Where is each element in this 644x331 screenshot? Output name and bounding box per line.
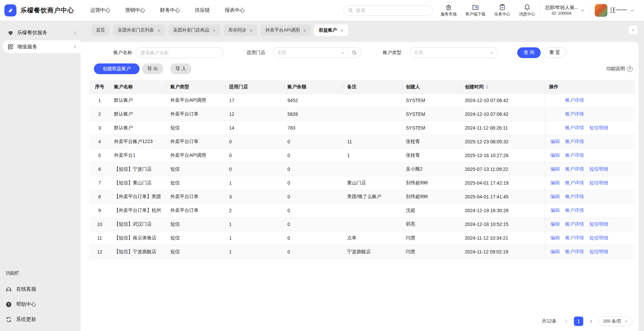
cell-creator: SYSTEM (402, 94, 461, 107)
tab[interactable]: 美团外卖门店列表× (113, 25, 165, 36)
cell-created: 2025-04-01 17:41:45 (461, 190, 545, 204)
next-page-button[interactable] (587, 317, 595, 326)
client-download-button[interactable]: 客户端下载 (465, 4, 485, 17)
navbar-search[interactable] (343, 5, 433, 16)
prev-page-button[interactable] (562, 317, 571, 326)
edit-link[interactable]: 编辑 (550, 166, 560, 172)
account-detail-link[interactable]: 账户详情 (565, 221, 584, 227)
tab[interactable]: 库存同步× (224, 25, 258, 36)
account-detail-link[interactable]: 账户详情 (565, 152, 584, 158)
account-detail-link[interactable]: 账户详情 (565, 207, 584, 214)
brand-title: 乐檬餐饮商户中心 (20, 6, 74, 15)
help-center-button[interactable]: ? 帮助中心 (5, 297, 80, 312)
account-type-select[interactable]: 全部 (410, 47, 498, 58)
tab-close-icon[interactable]: × (157, 28, 160, 33)
tab[interactable]: 外卖平台API调用× (261, 25, 311, 36)
quick-label: 消息中心 (519, 11, 535, 17)
cell-created: 2024-12-18 10:52:15 (461, 218, 545, 231)
account-detail-link[interactable]: 账户详情 (565, 139, 584, 145)
sms-detail-link[interactable]: 短信明细 (589, 180, 608, 186)
tabbar-collapse-button[interactable] (629, 26, 637, 34)
avatar (595, 4, 607, 17)
cell-remark: 宁波旗舰店 (343, 245, 402, 259)
system-update-button[interactable]: 系统更新 (5, 312, 80, 327)
table-row: 12【短信】宁波旗舰店短信10宁波旗舰店闫慧2024-11-12 09:02:1… (89, 245, 635, 259)
feature-help-link[interactable]: 功能说明 ? (606, 66, 633, 72)
org-id: ID: 100004 (552, 11, 572, 16)
edit-link[interactable]: 编辑 (550, 180, 560, 186)
page-size-select[interactable]: 200 条/页 (599, 316, 633, 326)
tab-close-icon[interactable]: × (213, 28, 216, 33)
store-select[interactable]: 全部 (273, 47, 361, 58)
search-icon (348, 8, 353, 13)
account-detail-link[interactable]: 账户详情 (565, 166, 584, 172)
account-detail-link[interactable]: 账户详情 (565, 111, 584, 117)
account-detail-link[interactable]: 账户详情 (565, 125, 584, 131)
edit-link[interactable]: 编辑 (550, 249, 560, 255)
search-input[interactable] (356, 8, 423, 13)
store-search-icon[interactable] (352, 50, 357, 55)
export-button[interactable]: 导 出 (142, 63, 163, 74)
sms-detail-link[interactable]: 短信明细 (589, 166, 608, 172)
cell-stores: 17 (225, 94, 283, 107)
account-detail-link[interactable]: 账户详情 (565, 180, 584, 186)
edit-link[interactable]: 编辑 (550, 139, 560, 145)
cell-name: 默认账户 (110, 121, 166, 135)
nav-item[interactable]: 供应链 (195, 7, 210, 13)
cell-actions: 编辑账户详情 (545, 135, 635, 149)
quick-label: 服务市场 (440, 11, 457, 17)
tab-close-icon[interactable]: × (250, 28, 253, 33)
headset-icon (5, 286, 12, 293)
cell-remark (343, 162, 402, 176)
sms-detail-link[interactable]: 短信明细 (589, 249, 608, 255)
org-switcher[interactable]: 总部/年轻人第... ID: 100004 (545, 5, 585, 16)
task-center-button[interactable]: 任务中心 (494, 4, 510, 17)
account-detail-link[interactable]: 账户详情 (565, 249, 584, 255)
account-name-input[interactable] (136, 50, 223, 55)
toolbar-row: 创建权益账户 导 出 导 入 功能说明 ? (80, 63, 639, 74)
sms-detail-link[interactable]: 短信明细 (589, 221, 608, 227)
column-header[interactable]: 创建时间 (461, 80, 545, 94)
sms-detail-link[interactable]: 短信明细 (589, 125, 608, 131)
import-button[interactable]: 导 入 (170, 63, 192, 74)
page-number-button[interactable]: 1 (574, 317, 583, 326)
tab[interactable]: 权益账户× (314, 25, 348, 36)
nav-item[interactable]: 营销中心 (125, 7, 145, 13)
nav-item[interactable]: 报表中心 (225, 7, 245, 13)
sort-icon[interactable] (486, 85, 488, 89)
sidebar-item-restaurant-service[interactable]: 乐檬餐饮服务 (3, 26, 80, 39)
nav-item[interactable]: 财务中心 (160, 7, 180, 13)
sms-detail-link[interactable]: 短信明细 (589, 235, 608, 241)
query-button[interactable]: 查 询 (517, 47, 541, 58)
sidebar-item-label: 增值服务 (17, 44, 37, 50)
reset-button[interactable]: 重 置 (543, 47, 566, 58)
chevron-down-icon (630, 8, 635, 13)
account-detail-link[interactable]: 账户详情 (565, 97, 584, 103)
tab-close-icon[interactable]: × (340, 28, 343, 33)
cell-no: 10 (89, 218, 110, 231)
create-account-button[interactable]: 创建权益账户 (94, 63, 140, 74)
chevron-right-icon (73, 31, 77, 35)
edit-link[interactable]: 编辑 (550, 235, 560, 241)
account-detail-link[interactable]: 账户详情 (565, 235, 584, 241)
filter-row: 账户名称 适用门店 全部 账户类型 全部 查 询 重 置 (80, 42, 639, 58)
account-detail-link[interactable]: 账户详情 (565, 194, 584, 200)
nav-item[interactable]: 运营中心 (90, 7, 110, 13)
edit-link[interactable]: 编辑 (550, 221, 560, 227)
sidebar-item-value-added-service[interactable]: 增值服务 (3, 40, 80, 53)
edit-link[interactable]: 编辑 (550, 194, 560, 200)
message-center-button[interactable]: 消息中心 (519, 4, 535, 17)
account-name-label: 账户名称 (113, 50, 132, 56)
service-market-button[interactable]: 服务市场 (440, 4, 457, 17)
cell-name: 【短信】宁波门店 (110, 162, 166, 176)
content-card: 账户名称 适用门店 全部 账户类型 全部 查 询 重 置 (80, 42, 639, 331)
cell-created: 2024-12-10 07:06:42 (461, 107, 545, 121)
user-menu[interactable]: 汪一一 (595, 4, 635, 17)
tab[interactable]: 美团外卖门店商品× (168, 25, 220, 36)
edit-link[interactable]: 编辑 (550, 207, 560, 214)
online-support-button[interactable]: 在线客服 (5, 282, 80, 297)
tab[interactable]: 首页 (91, 25, 110, 36)
edit-link[interactable]: 编辑 (550, 152, 560, 158)
tab-close-icon[interactable]: × (303, 28, 306, 33)
cell-actions: 编辑账户详情短信明细 (545, 162, 635, 176)
